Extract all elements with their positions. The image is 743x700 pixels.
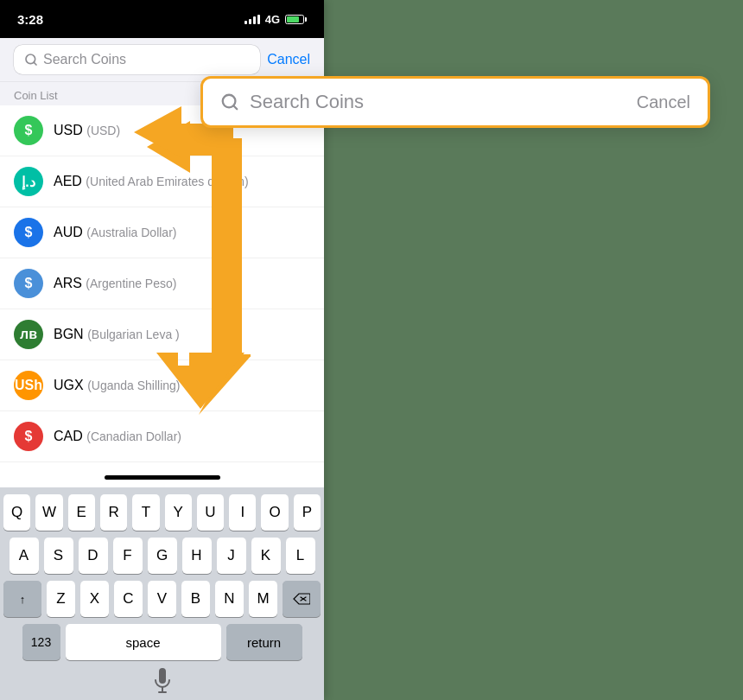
battery-fill (287, 16, 299, 22)
coin-full-name: (Canadian Dollar) (86, 430, 181, 443)
key-u[interactable]: U (197, 494, 224, 531)
time-display: 3:28 (17, 12, 43, 27)
keyboard-row-3: ↑ZXCVBNM (3, 581, 321, 617)
key-w[interactable]: W (35, 494, 62, 531)
space-key[interactable]: space (66, 624, 221, 660)
signal-bar-4 (257, 15, 260, 24)
callout-cancel-button[interactable]: Cancel (637, 92, 690, 112)
key-p[interactable]: P (294, 494, 321, 531)
key-b[interactable]: B (181, 581, 210, 617)
coin-info: USD (USD) (54, 123, 120, 138)
mic-icon (152, 668, 173, 696)
coin-code: UGX (54, 378, 84, 392)
search-input-wrapper[interactable]: Search Coins (14, 45, 260, 74)
coin-full-name: (USD) (86, 124, 120, 137)
key-c[interactable]: C (114, 581, 143, 617)
battery-tip (305, 17, 307, 22)
signal-bars (244, 14, 260, 24)
key-i[interactable]: I (229, 494, 256, 531)
key-v[interactable]: V (148, 581, 176, 617)
home-indicator (105, 475, 220, 480)
key-s[interactable]: S (44, 538, 73, 574)
battery-body (285, 15, 304, 24)
svg-line-1 (34, 62, 36, 65)
key-d[interactable]: D (79, 538, 108, 574)
callout-search-icon (220, 92, 239, 111)
coin-icon: $ (14, 269, 43, 298)
coin-icon: лв (14, 320, 43, 349)
coin-info: CAD (Canadian Dollar) (54, 429, 181, 444)
coin-icon: $ (14, 116, 43, 145)
key-q[interactable]: Q (3, 494, 30, 531)
signal-bar-3 (253, 16, 256, 24)
svg-line-8 (233, 105, 237, 109)
key-l[interactable]: L (286, 538, 315, 574)
callout-overlay: Search Coins Cancel (200, 76, 710, 128)
key-y[interactable]: Y (165, 494, 192, 531)
coin-icon: د.إ (14, 167, 43, 196)
key-n[interactable]: N (215, 581, 244, 617)
coin-item[interactable]: $ CAD (Canadian Dollar) (0, 411, 324, 462)
key-k[interactable]: K (251, 538, 281, 574)
key-f[interactable]: F (113, 538, 143, 574)
key-j[interactable]: J (217, 538, 246, 574)
status-right: 4G (244, 13, 307, 26)
coin-icon: $ (14, 422, 43, 451)
coin-icon: $ (14, 218, 43, 247)
signal-bar-2 (249, 19, 251, 24)
callout-box: Search Coins Cancel (200, 76, 710, 128)
key-z[interactable]: Z (47, 581, 75, 617)
status-bar: 3:28 4G (0, 0, 324, 38)
coin-code: CAD (54, 429, 83, 443)
svg-rect-14 (212, 141, 233, 366)
callout-placeholder: Search Coins (250, 91, 626, 113)
numbers-key[interactable]: 123 (22, 624, 60, 660)
key-e[interactable]: E (68, 494, 95, 531)
mic-bar (3, 667, 321, 697)
battery-icon (285, 15, 307, 24)
key-backspace[interactable] (283, 581, 321, 617)
key-x[interactable]: X (80, 581, 109, 617)
keyboard: QWERTYUIOP ASDFGHJKL ↑ZXCVBNM 123 space … (0, 487, 324, 700)
key-o[interactable]: O (261, 494, 288, 531)
key-h[interactable]: H (182, 538, 212, 574)
callout-arrow (134, 85, 246, 413)
coin-code: AED (54, 174, 82, 188)
keyboard-row-1: QWERTYUIOP (3, 494, 321, 531)
keyboard-bottom-row: 123 space return (3, 624, 321, 660)
coin-code: USD (54, 123, 83, 137)
search-placeholder: Search Coins (43, 52, 126, 67)
network-type: 4G (265, 13, 280, 26)
coin-code: BGN (54, 327, 84, 341)
keyboard-row-2: ASDFGHJKL (3, 538, 321, 574)
key-shift[interactable]: ↑ (3, 581, 41, 617)
return-key[interactable]: return (226, 624, 302, 660)
svg-rect-17 (189, 353, 212, 374)
key-a[interactable]: A (10, 538, 39, 574)
key-m[interactable]: M (249, 581, 277, 617)
key-g[interactable]: G (148, 538, 177, 574)
svg-rect-4 (159, 668, 166, 684)
signal-bar-1 (244, 21, 247, 24)
search-icon (24, 53, 38, 67)
coin-code: AUD (54, 225, 83, 239)
key-r[interactable]: R (100, 494, 127, 531)
cancel-button[interactable]: Cancel (267, 52, 310, 67)
coin-icon: USh (14, 371, 43, 400)
key-t[interactable]: T (132, 494, 159, 531)
coin-code: ARS (54, 276, 82, 290)
